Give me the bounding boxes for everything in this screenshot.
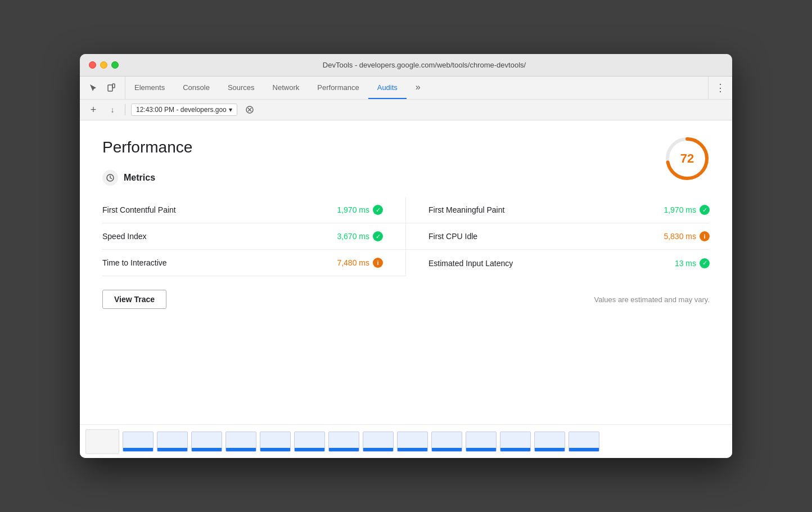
score-number: 72 — [680, 151, 694, 166]
metric-status-icon: ✓ — [373, 205, 383, 215]
toolbar-icon-group — [80, 77, 125, 99]
secondary-toolbar: + ↓ 12:43:00 PM - developers.goo ▾ — [80, 100, 732, 120]
thumbnail-item — [431, 432, 462, 452]
estimate-note: Values are estimated and may vary. — [594, 295, 710, 304]
metric-estimated-input-latency: Estimated Input Latency 13 ms ✓ — [406, 250, 710, 276]
thumbnail-strip — [80, 424, 732, 458]
tab-more[interactable]: » — [407, 77, 430, 99]
tab-elements[interactable]: Elements — [125, 77, 174, 99]
metric-status-icon[interactable]: i — [700, 231, 710, 241]
metric-value: 5,830 ms — [664, 232, 696, 241]
tab-sources[interactable]: Sources — [219, 77, 264, 99]
metric-name: First Contentful Paint — [102, 205, 176, 214]
metric-status-icon: ✓ — [373, 231, 383, 241]
score-circle: 72 — [665, 136, 710, 181]
dropdown-icon: ▾ — [229, 106, 232, 114]
download-button[interactable]: ↓ — [106, 103, 119, 116]
thumbnail-item — [294, 432, 325, 452]
cursor-icon[interactable] — [87, 81, 100, 95]
window-title: DevTools - developers.google.com/web/too… — [125, 61, 723, 69]
metrics-grid: First Contentful Paint 1,970 ms ✓ First … — [102, 197, 710, 276]
metric-value-group: 5,830 ms i — [664, 231, 710, 241]
thumbnail-item — [157, 432, 188, 452]
metric-value: 3,670 ms — [337, 232, 369, 241]
add-audit-button[interactable]: + — [87, 103, 100, 116]
thumbnail-item — [363, 432, 394, 452]
metrics-icon — [102, 170, 118, 186]
metric-value: 1,970 ms — [664, 205, 696, 214]
tab-audits[interactable]: Audits — [368, 77, 407, 99]
metrics-header: Metrics — [102, 170, 710, 186]
thumbnail-blank — [85, 429, 119, 454]
metric-value: 1,970 ms — [337, 205, 369, 214]
tab-console[interactable]: Console — [174, 77, 219, 99]
metric-first-meaningful-paint: First Meaningful Paint 1,970 ms ✓ — [406, 197, 710, 223]
thumbnail-item — [500, 432, 531, 452]
metric-value: 13 ms — [675, 259, 696, 268]
tab-network[interactable]: Network — [264, 77, 309, 99]
toolbar-divider — [125, 104, 125, 115]
devtools-toolbar: Elements Console Sources Network Perform… — [80, 77, 732, 100]
more-menu-button[interactable]: ⋮ — [715, 82, 725, 94]
metric-value-group: 7,480 ms i — [337, 258, 383, 268]
svg-rect-0 — [108, 85, 112, 91]
metric-name: Estimated Input Latency — [428, 259, 513, 268]
close-button[interactable] — [89, 61, 96, 69]
metric-time-to-interactive: Time to Interactive 7,480 ms i — [102, 250, 406, 276]
device-toggle-icon[interactable] — [105, 81, 118, 95]
traffic-lights — [89, 61, 119, 69]
thumbnail-item — [191, 432, 222, 452]
toolbar-right: ⋮ — [708, 77, 732, 99]
thumbnail-item — [466, 432, 497, 452]
clear-audit-button[interactable] — [243, 103, 256, 116]
thumbnail-item — [260, 432, 291, 452]
title-bar: DevTools - developers.google.com/web/too… — [80, 54, 732, 77]
metric-name: Time to Interactive — [102, 258, 167, 267]
metric-status-icon: ✓ — [700, 258, 710, 268]
maximize-button[interactable] — [111, 61, 119, 69]
browser-window: DevTools - developers.google.com/web/too… — [80, 54, 732, 458]
metric-first-cpu-idle: First CPU Idle 5,830 ms i — [406, 223, 710, 250]
metric-name: First Meaningful Paint — [428, 205, 504, 214]
metric-status-icon[interactable]: i — [373, 258, 383, 268]
thumbnail-item — [225, 432, 256, 452]
section-title: Performance — [102, 138, 710, 156]
metric-name: Speed Index — [102, 232, 147, 241]
metrics-title: Metrics — [124, 173, 155, 183]
metric-value: 7,480 ms — [337, 258, 369, 267]
metric-first-contentful-paint: First Contentful Paint 1,970 ms ✓ — [102, 197, 406, 223]
audit-selector[interactable]: 12:43:00 PM - developers.goo ▾ — [131, 104, 237, 116]
tabs-container: Elements Console Sources Network Perform… — [125, 77, 708, 99]
metric-value-group: 1,970 ms ✓ — [337, 205, 383, 215]
metric-value-group: 3,670 ms ✓ — [337, 231, 383, 241]
metric-value-group: 1,970 ms ✓ — [664, 205, 710, 215]
svg-rect-1 — [112, 84, 115, 88]
thumbnail-item — [397, 432, 428, 452]
metric-value-group: 13 ms ✓ — [675, 258, 710, 268]
thumbnail-item — [534, 432, 565, 452]
tab-performance[interactable]: Performance — [308, 77, 368, 99]
main-content: Performance 72 Metrics First Contentful … — [80, 120, 732, 424]
metric-speed-index: Speed Index 3,670 ms ✓ — [102, 223, 406, 250]
audit-label: 12:43:00 PM - developers.goo — [136, 106, 227, 114]
metric-status-icon: ✓ — [700, 205, 710, 215]
metric-name: First CPU Idle — [428, 232, 477, 241]
minimize-button[interactable] — [100, 61, 107, 69]
view-trace-section: View Trace Values are estimated and may … — [102, 290, 710, 309]
thumbnail-item — [328, 432, 359, 452]
thumbnail-item — [123, 432, 154, 452]
view-trace-button[interactable]: View Trace — [102, 290, 166, 309]
thumbnail-item — [569, 432, 599, 452]
